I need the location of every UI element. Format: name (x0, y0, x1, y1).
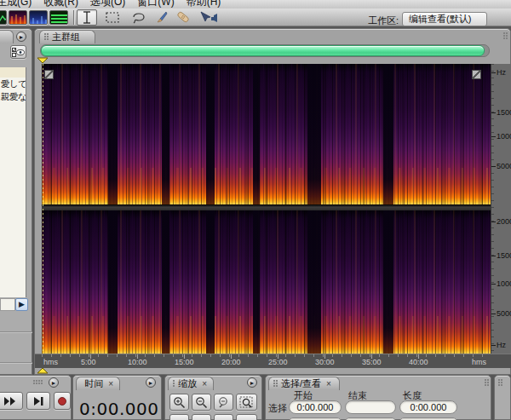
close-icon[interactable]: × (326, 380, 331, 388)
record-icon[interactable] (54, 392, 71, 410)
zoom-in-vertical-icon[interactable] (214, 414, 233, 420)
overview-viewport-bar[interactable] (41, 45, 485, 56)
file-item[interactable]: 愛してい (1, 78, 26, 90)
time-panel-tab-label: 时间 (84, 377, 103, 390)
main-group-tab-label: 主群组 (52, 31, 80, 43)
menu-favorites[interactable]: 收藏(R) (39, 0, 83, 9)
selection-end-field[interactable] (345, 400, 396, 414)
time-panel-tab[interactable]: 时间 × (76, 377, 120, 390)
close-icon[interactable]: × (108, 380, 113, 388)
main-group-tab[interactable]: 主群组 (39, 30, 95, 43)
time-tick-label: 40:00 (409, 359, 428, 366)
frequency-ruler[interactable]: Hz150001000050002000015000100005000Hz (491, 64, 511, 354)
spectral-pan-view-icon[interactable] (29, 10, 48, 25)
frequency-tick-label: Hz (497, 342, 506, 349)
time-unit-right: hms (472, 359, 486, 366)
frequency-tick-label: 10000 (497, 280, 511, 288)
toolbar: 工作区: 编辑查看(默认) (0, 9, 511, 26)
selection-length-field[interactable]: 0:00.000 (399, 400, 457, 414)
spectrogram-right-channel[interactable] (42, 210, 491, 354)
zoom-out-icon[interactable] (192, 394, 211, 411)
go-to-end-icon[interactable] (26, 392, 50, 410)
track-silence-gap (162, 64, 169, 204)
files-list[interactable]: 愛してい 親愛なる (0, 67, 26, 297)
panel-grip (173, 380, 175, 388)
time-major-tick (90, 354, 91, 359)
panel-grip (485, 379, 489, 387)
playhead-marker-top[interactable] (37, 57, 49, 64)
frequency-tick-label: 15000 (497, 252, 511, 260)
zoom-in-horizontal-icon[interactable] (169, 414, 189, 420)
files-expand-button[interactable]: ▶ (15, 298, 28, 311)
selection-start-field[interactable]: 0:00.000 (289, 400, 342, 414)
track-silence-gap (206, 210, 215, 354)
zoom-out-vertical-icon[interactable] (236, 414, 257, 420)
time-panel-menu-button[interactable]: ► (146, 377, 156, 388)
time-tick-label: 35:00 (362, 359, 382, 366)
fast-forward-icon[interactable] (0, 392, 23, 410)
lasso-selection-tool-icon[interactable] (128, 9, 148, 26)
spectrogram-left-channel[interactable] (42, 64, 491, 204)
transport-panel-menu-button[interactable]: ► (49, 377, 59, 388)
frequency-major-tick (491, 136, 496, 137)
transport-panel: ► (0, 375, 72, 420)
time-major-tick (231, 354, 232, 359)
time-tick-label: 5:00 (81, 359, 96, 366)
time-tick-label: 20:00 (221, 359, 241, 366)
healing-brush-tool-icon[interactable] (173, 9, 193, 26)
panel-grip (44, 33, 49, 41)
workspace-select[interactable]: 编辑查看(默认) (402, 12, 487, 26)
panel-grip (273, 380, 278, 388)
selection-corner-handle-right[interactable] (472, 70, 481, 79)
channel-divider (42, 204, 491, 210)
selection-view-panel: 选择/查看 × 开始 结束 长度 选择 0:00.000 0:00.000 (265, 375, 491, 420)
track-silence-gap (307, 210, 321, 354)
selection-corner-handle-left[interactable] (44, 70, 54, 79)
time-unit-left: hms (43, 359, 58, 366)
zoom-out-horizontal-icon[interactable] (192, 414, 211, 420)
playhead-marker-bottom[interactable] (37, 367, 49, 374)
marquee-selection-tool-icon[interactable] (102, 9, 123, 26)
time-tick-label: 10:00 (128, 359, 147, 366)
spectral-frequency-view-icon[interactable] (9, 10, 27, 25)
files-list-selected-row[interactable] (0, 67, 26, 78)
files-panel: ► 愛してい 親愛なる ▶ (0, 28, 32, 375)
close-icon[interactable]: × (202, 380, 207, 388)
show-file-types-button[interactable] (10, 45, 26, 59)
zoom-panel: 缩放 × ► (164, 375, 262, 420)
files-panel-menu-button[interactable]: ► (16, 32, 26, 42)
time-ruler[interactable]: hms hms 5:0010:0015:0020:0025:0030:0035:… (35, 354, 511, 368)
spectral-display[interactable] (42, 64, 491, 354)
track-silence-gap (108, 210, 118, 354)
files-panel-tab[interactable] (0, 30, 14, 43)
frequency-major-tick (491, 345, 496, 346)
playhead-line (43, 64, 43, 354)
selection-view-tab[interactable]: 选择/查看 × (268, 377, 340, 390)
panel-divider (0, 362, 32, 363)
time-selection-tool-icon[interactable] (77, 9, 97, 26)
frequency-minor-ticks (491, 64, 494, 354)
files-hscrollbar[interactable] (0, 298, 15, 311)
toolbar-separator (73, 10, 74, 25)
zoom-panel-tab[interactable]: 缩放 × (168, 377, 214, 390)
zoom-out-full-icon[interactable] (214, 394, 233, 411)
frequency-tick-label: 20000 (497, 218, 511, 226)
current-time-display: 0:00.000 (79, 399, 158, 419)
spectral-phase-view-icon[interactable] (49, 10, 68, 25)
frequency-major-tick (491, 314, 496, 314)
time-major-tick (418, 354, 419, 359)
time-minor-ticks (42, 354, 491, 357)
waveform-view-icon[interactable] (0, 10, 7, 25)
zoom-to-selection-icon[interactable] (236, 394, 257, 411)
workspace-label: 工作区: (368, 14, 399, 27)
menu-generate[interactable]: 生成(G) (0, 0, 36, 9)
menu-options[interactable]: 选项(O) (86, 0, 129, 9)
zoom-in-icon[interactable] (169, 394, 189, 411)
zoom-panel-menu-button[interactable]: ► (247, 377, 257, 388)
menu-window[interactable]: 窗口(W) (133, 0, 178, 9)
scrub-tool-icon[interactable] (198, 9, 221, 26)
menu-help[interactable]: 帮助(H) (182, 0, 226, 9)
file-item[interactable]: 親愛なる (1, 91, 26, 103)
track-silence-gap (206, 64, 215, 204)
paintbrush-tool-icon[interactable] (151, 9, 171, 26)
